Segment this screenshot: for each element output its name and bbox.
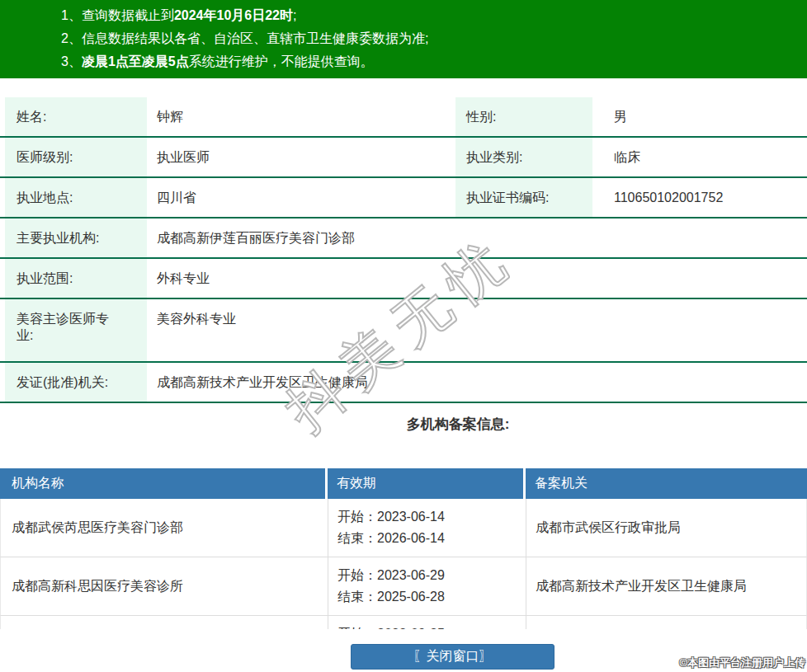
profile-label-name: 姓名: xyxy=(5,97,147,136)
table-row: 美容主诊医师专业: 美容外科专业 xyxy=(0,299,807,363)
notice-line-2: 2、信息数据结果以各省、自治区、直辖市卫生健康委数据为准; xyxy=(61,27,807,50)
notice-number: 2、 xyxy=(61,31,82,45)
profile-value-certificate-number: 110650102001752 xyxy=(592,178,807,217)
profile-value-name: 钟辉 xyxy=(147,97,451,136)
profile-label-gender: 性别: xyxy=(455,97,592,136)
notice-number: 3、 xyxy=(61,54,82,68)
validity-start: 开始：2023-06-14 xyxy=(337,506,526,528)
column-header-validity: 有效期 xyxy=(328,468,526,499)
profile-value-gender: 男 xyxy=(592,97,807,136)
notice-banner: 1、查询数据截止到2024年10月6日22时; 2、信息数据结果以各省、自治区、… xyxy=(0,0,807,78)
profile-label-cosmetic-specialty: 美容主诊医师专业: xyxy=(5,299,147,361)
profile-label-practice-scope: 执业范围: xyxy=(5,259,147,298)
validity-cell: 开始：2023-06-29 结束：2025-06-28 xyxy=(328,557,526,615)
table-row: 执业范围: 外科专业 xyxy=(0,259,807,299)
table-row: 姓名: 钟辉 性别: 男 xyxy=(0,97,807,138)
profile-value-practice-scope: 外科专业 xyxy=(147,259,807,298)
table-row: 开始：2023-09-25 xyxy=(0,616,807,629)
profile-label-practice-category: 执业类别: xyxy=(455,138,592,176)
validity-end: 结束：2026-06-14 xyxy=(337,528,526,549)
profile-label-practice-location: 执业地点: xyxy=(5,178,147,217)
table-header-row: 机构名称 有效期 备案机关 xyxy=(0,468,807,499)
section-title-multi-institution: 多机构备案信息: xyxy=(54,416,807,433)
notice-number: 1、 xyxy=(61,8,82,22)
close-window-button[interactable]: 〖关闭窗口〗 xyxy=(351,644,555,670)
profile-value-practice-category: 临床 xyxy=(592,138,807,176)
notice-line-3: 3、凌晨1点至凌晨5点系统进行维护，不能提供查询。 xyxy=(61,50,807,73)
table-row: 成都武侯芮思医疗美容门诊部 开始：2023-06-14 结束：2026-06-1… xyxy=(0,499,807,557)
validity-cell: 开始：2023-06-14 结束：2026-06-14 xyxy=(328,499,526,557)
column-header-organization: 机构名称 xyxy=(0,468,328,499)
organization-cell xyxy=(1,616,328,629)
organization-cell: 成都武侯芮思医疗美容门诊部 xyxy=(1,499,328,557)
registrations-table: 机构名称 有效期 备案机关 成都武侯芮思医疗美容门诊部 开始：2023-06-1… xyxy=(0,468,807,629)
profile-value-doctor-level: 执业医师 xyxy=(147,138,451,176)
column-header-authority: 备案机关 xyxy=(526,468,807,499)
profile-value-practice-location: 四川省 xyxy=(147,178,451,217)
validity-end: 结束：2025-06-28 xyxy=(337,586,526,608)
authority-cell xyxy=(526,616,806,629)
validity-start: 开始：2023-09-25 xyxy=(337,623,526,629)
profile-value-cosmetic-specialty: 美容外科专业 xyxy=(147,299,807,361)
profile-label-certificate-number: 执业证书编码: xyxy=(455,178,592,217)
profile-value-issuing-authority: 成都高新技术产业开发区卫生健康局 xyxy=(147,363,807,402)
profile-label-issuing-authority: 发证(批准)机关: xyxy=(5,363,147,402)
notice-line-1: 1、查询数据截止到2024年10月6日22时; xyxy=(61,4,807,27)
profile-value-main-institution: 成都高新伊莲百丽医疗美容门诊部 xyxy=(147,219,807,257)
practitioner-profile-table: 姓名: 钟辉 性别: 男 医师级别: 执业医师 执业类别: 临床 执业地点: 四… xyxy=(0,97,807,403)
table-row: 发证(批准)机关: 成都高新技术产业开发区卫生健康局 xyxy=(0,363,807,403)
table-row: 执业地点: 四川省 执业证书编码: 110650102001752 xyxy=(0,178,807,219)
authority-cell: 成都高新技术产业开发区卫生健康局 xyxy=(526,557,806,615)
table-row: 医师级别: 执业医师 执业类别: 临床 xyxy=(0,138,807,178)
upload-stamp: ©本图由平台注册用户上传 xyxy=(679,656,805,670)
validity-cell: 开始：2023-09-25 xyxy=(328,616,526,629)
organization-cell: 成都高新科思因医疗美容诊所 xyxy=(1,557,328,615)
table-row: 主要执业机构: 成都高新伊莲百丽医疗美容门诊部 xyxy=(0,219,807,259)
profile-label-main-institution: 主要执业机构: xyxy=(5,219,147,257)
authority-cell: 成都市武侯区行政审批局 xyxy=(526,499,806,557)
table-row: 成都高新科思因医疗美容诊所 开始：2023-06-29 结束：2025-06-2… xyxy=(0,557,807,616)
validity-start: 开始：2023-06-29 xyxy=(337,565,526,586)
profile-label-doctor-level: 医师级别: xyxy=(5,138,147,176)
